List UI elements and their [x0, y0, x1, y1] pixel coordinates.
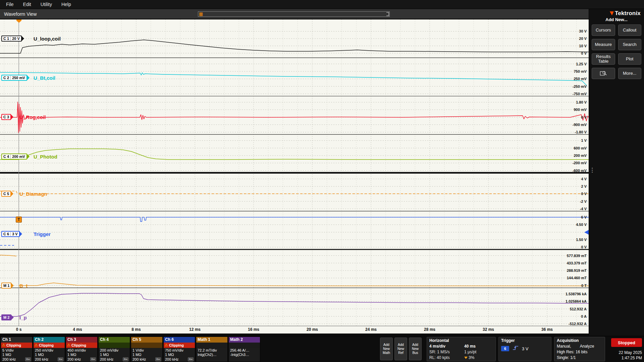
channel-label-m2: I_p: [19, 315, 27, 320]
warning-icon: ⚠: [35, 343, 38, 347]
plot-button[interactable]: Plot: [618, 53, 642, 65]
channel-badge-c5[interactable]: C 5: [1, 191, 11, 197]
trigger-source-marker[interactable]: T: [16, 217, 22, 223]
zoom-tool-button[interactable]: [592, 68, 615, 79]
add-button-line: Add: [398, 343, 404, 347]
channel-badge-c1[interactable]: C 120 V: [1, 36, 22, 42]
add-button-line: Math: [383, 351, 390, 355]
trigger-level-marker[interactable]: [584, 230, 589, 235]
trigger-panel-title: Trigger: [501, 338, 549, 343]
search-button[interactable]: Search: [618, 39, 642, 50]
trigger-panel[interactable]: Trigger 6 3 V: [498, 337, 551, 361]
cursors-button[interactable]: Cursors: [592, 24, 615, 36]
channel-badge-m1[interactable]: M 1: [1, 283, 11, 289]
menu-item-utility[interactable]: Utility: [38, 0, 59, 9]
menu-item-help[interactable]: Help: [59, 0, 78, 9]
channel-badge-arrow-icon: [11, 114, 13, 120]
bandwidth-badge: Bw: [123, 357, 128, 361]
axis-tick-label: -1.80 V: [575, 130, 587, 134]
channel-tile-header: Ch 4: [99, 337, 130, 343]
add-new-math-button[interactable]: AddNewMath: [380, 338, 393, 360]
channel-tile-ch-3[interactable]: Ch 3⚠Clipping450 mV/div1 MΩ200 kHzBw: [66, 337, 98, 362]
axis-tick-label: 2 V: [581, 184, 587, 188]
axis-tick-label: 6 V: [581, 215, 587, 219]
x-axis-label: 36 ms: [541, 327, 553, 332]
channel-badge-tiles: Ch 1⚠Clipping5 V/div1 MΩ200 kHzBwCh 2⚠Cl…: [1, 337, 260, 362]
channel-tile-ch-1[interactable]: Ch 1⚠Clipping5 V/div1 MΩ200 kHzBw: [1, 337, 33, 362]
channel-badge-c3[interactable]: C 3: [1, 114, 11, 120]
channel-badge-c2[interactable]: C 2250 mV: [1, 75, 27, 81]
horizontal-panel[interactable]: Horizontal 4 ms/div 40 ms SR: 1 MS/s 1 µ…: [427, 337, 496, 361]
zoom-funnel-icon[interactable]: [571, 19, 589, 34]
axis-tick-label: -200 mV: [573, 161, 587, 165]
waveform-view-titlebar: Waveform View ▦: [0, 9, 589, 19]
channel-tile-row: 200 mV/div: [99, 348, 130, 353]
acquisition-panel[interactable]: Acquisition Manual, Analyze High Res: 16…: [554, 337, 605, 361]
measure-button[interactable]: Measure: [592, 39, 615, 50]
channel-tile-row: 250 mV/div: [34, 348, 65, 353]
channel-tile-value: 200 mV/div: [100, 348, 118, 352]
channel-tile-row: 200 kHzBw: [164, 357, 195, 362]
channel-tile-header: Math 2: [229, 337, 260, 343]
oscilloscope-app: FileEditUtilityHelp Waveform View ▦ 30 V…: [0, 0, 644, 362]
channel-badge-scale: 3 V: [10, 232, 19, 236]
callout-button[interactable]: Callout: [618, 24, 642, 36]
channel-tile-ch-2[interactable]: Ch 2⚠Clipping250 mV/div1 MΩ200 kHzBw: [33, 337, 65, 362]
channel-label-c5: U_Diamagn: [19, 191, 47, 197]
channel-tile-row: 72.2 mT/div: [196, 348, 227, 353]
bandwidth-badge: Bw: [25, 357, 31, 361]
channel-badge-c6[interactable]: C 63 V: [1, 231, 20, 237]
channel-label-c4: U_Photod: [34, 154, 57, 160]
channel-tile-row: 5 V/div: [1, 348, 32, 353]
add-button-line: Add: [383, 343, 389, 347]
axis-tick-label: -900 mV: [573, 123, 587, 127]
main-content: Waveform View ▦ 30 V20 V10 V0 VC 120 VU_…: [0, 9, 644, 336]
settings-bar: Ch 1⚠Clipping5 V/div1 MΩ200 kHzBwCh 2⚠Cl…: [0, 336, 644, 362]
trigger-position-icon: [464, 357, 468, 359]
channel-tile-ch-6[interactable]: Ch 6⚠Clipping750 mV/div1 MΩ200 kHzBw: [163, 337, 195, 362]
panel-drag-handle[interactable]: ⋮: [589, 167, 595, 174]
axis-tick-label: 1.538796 kA: [566, 292, 587, 296]
channel-tile-math-2[interactable]: Math 2256.46 A/…-Intg(Ch3…: [228, 337, 260, 362]
clipping-label: Clipping: [71, 343, 86, 347]
x-axis: 0 s4 ms8 ms12 ms16 ms20 ms24 ms28 ms32 m…: [0, 326, 589, 334]
channel-badge-scale: 250 mV: [10, 76, 26, 80]
menu-bar: FileEditUtilityHelp: [0, 0, 644, 9]
x-axis-label: 20 ms: [307, 327, 318, 332]
channel-tile-ch-4[interactable]: Ch 4200 mV/div1 MΩ200 kHzBw: [98, 337, 130, 362]
axis-tick-label: 288.919 mT: [567, 268, 587, 273]
menu-item-edit[interactable]: Edit: [20, 0, 38, 9]
waveform-plot-area[interactable]: 30 V20 V10 V0 VC 120 VU_loop,coil1.25 V7…: [0, 19, 589, 326]
channel-badge-arrow-icon: [27, 75, 30, 80]
results-table-button[interactable]: Results Table: [592, 53, 615, 65]
horizontal-pan-zoom-bar[interactable]: ▦: [198, 11, 390, 17]
channel-badge-c4[interactable]: C 4200 mV: [1, 154, 27, 160]
channel-tile-row: -Intg(Ch3…: [229, 352, 260, 357]
more--button[interactable]: More...: [618, 68, 642, 79]
channel-tile-ch-5[interactable]: Ch 51 V/div1 MΩ200 kHzBw: [131, 337, 163, 362]
warning-icon: ⚠: [2, 343, 5, 347]
x-axis-label: 4 ms: [73, 327, 82, 332]
add-new-ref-button[interactable]: AddNewRef: [394, 338, 407, 360]
axis-tick-label: 0 V: [581, 192, 587, 196]
channel-tile-row: Intg(Ch2)…: [196, 352, 227, 357]
channel-tile-value: 72.2 mT/div: [198, 348, 217, 352]
add-new-bus-button[interactable]: AddNewBus: [409, 338, 422, 360]
acquisition-analyze: Analyze: [580, 344, 594, 349]
x-axis-label: 16 ms: [248, 327, 259, 332]
bandwidth-badge: Bw: [58, 357, 63, 361]
pan-right-bracket-icon[interactable]: [386, 12, 389, 16]
clipping-strip: ⚠Clipping: [1, 343, 32, 348]
channel-tile-row: 1 MΩ: [1, 352, 32, 357]
axis-tick-label: 1.50 V: [576, 238, 587, 242]
channel-tile-math-1[interactable]: Math 172.2 mT/divIntg(Ch2)…: [196, 337, 228, 362]
zoom-overview-icon[interactable]: ▦: [199, 12, 203, 16]
axis-tick-label: 433.379 mT: [567, 261, 587, 265]
menu-item-file[interactable]: File: [3, 0, 20, 9]
channel-badge-arrow-icon: [11, 283, 14, 288]
channel-tile-row: 1 MΩ: [34, 352, 65, 357]
channel-badge-m2[interactable]: M 2: [1, 314, 11, 320]
channel-tile-row: 256.46 A/…: [229, 348, 260, 353]
horizontal-window: 40 ms: [464, 344, 493, 349]
acquisition-status-button[interactable]: Stopped: [611, 338, 642, 347]
